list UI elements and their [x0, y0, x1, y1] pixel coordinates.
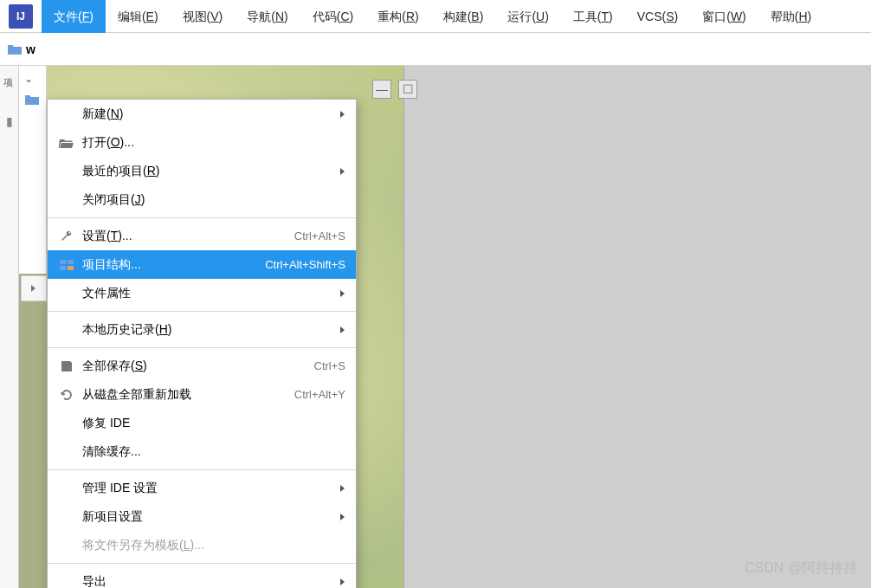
menu-item-label: 打开(O)... [82, 135, 345, 151]
shortcut-label: Ctrl+Alt+Shift+S [265, 258, 345, 271]
blank-icon [58, 321, 75, 339]
menu-item-label: 项目结构... [82, 257, 255, 273]
svg-rect-3 [68, 266, 74, 270]
menu-item-label: 从磁盘全部重新加载 [82, 387, 284, 403]
submenu-arrow-icon [339, 513, 345, 521]
blank-icon [58, 480, 75, 497]
menu-item-将文件另存为模板: 将文件另存为模板(L)... [48, 531, 356, 559]
menu-bar: IJ 文件(F)编辑(E)视图(V)导航(N)代码(C)重构(R)构建(B)运行… [0, 0, 871, 33]
tree-expand-icon[interactable]: ⌄ [19, 66, 46, 92]
minimize-icon[interactable]: — [372, 80, 391, 99]
menu-item-label: 新项目设置 [82, 509, 328, 525]
app-icon: IJ [9, 4, 33, 29]
menu-item-本地历史记录[interactable]: 本地历史记录(H) [48, 315, 356, 344]
submenu-arrow-icon [339, 578, 345, 586]
save-icon [58, 358, 75, 375]
folder-open-icon [58, 134, 75, 152]
reload-icon [58, 386, 75, 404]
menu-separator [48, 563, 356, 564]
project-structure-icon [58, 256, 75, 274]
menu-item-修复 IDE[interactable]: 修复 IDE [48, 409, 356, 437]
menu-item-label: 修复 IDE [82, 416, 345, 431]
menu-窗口[interactable]: 窗口(W) [690, 0, 758, 33]
shortcut-label: Ctrl+S [314, 359, 345, 372]
menu-item-关闭项目[interactable]: 关闭项目(J) [48, 185, 356, 214]
menu-视图[interactable]: 视图(V) [171, 0, 235, 33]
svg-rect-2 [60, 266, 66, 270]
bookmarks-icon[interactable]: ▮ [0, 114, 18, 128]
menu-item-label: 将文件另存为模板(L)... [82, 538, 345, 553]
menu-separator [48, 469, 356, 470]
menu-separator [48, 311, 356, 312]
wrench-icon [58, 228, 75, 245]
submenu-arrow-icon [339, 484, 345, 493]
shortcut-label: Ctrl+Alt+Y [294, 388, 345, 401]
menu-编辑[interactable]: 编辑(E) [106, 0, 171, 33]
svg-rect-0 [60, 260, 66, 264]
menu-item-管理 IDE 设置[interactable]: 管理 IDE 设置 [48, 474, 356, 502]
menu-工具[interactable]: 工具(T) [561, 0, 625, 33]
blank-icon [58, 508, 75, 526]
menu-item-label: 清除缓存... [82, 444, 345, 460]
watermark: CSDN @阿持持持 [745, 559, 857, 578]
menu-导航[interactable]: 导航(N) [235, 0, 300, 33]
menu-item-label: 导出 [82, 574, 328, 589]
left-gutter: 项 ▮ [0, 66, 19, 588]
menu-运行[interactable]: 运行(U) [495, 0, 560, 33]
shortcut-label: Ctrl+Alt+S [294, 229, 345, 242]
toolbar: w [0, 33, 871, 66]
menu-item-新项目设置[interactable]: 新项目设置 [48, 502, 356, 531]
svg-rect-1 [68, 260, 74, 264]
maximize-icon[interactable]: ☐ [398, 80, 417, 99]
file-menu-dropdown: 新建(N)打开(O)...最近的项目(R)关闭项目(J)设置(T)...Ctrl… [47, 99, 357, 588]
menu-重构[interactable]: 重构(R) [365, 0, 430, 33]
menu-item-label: 设置(T)... [82, 229, 284, 244]
editor-empty-area [403, 66, 871, 588]
menu-item-导出[interactable]: 导出 [48, 567, 356, 588]
menu-item-项目结构...[interactable]: 项目结构...Ctrl+Alt+Shift+S [48, 250, 356, 279]
project-folder-icon [7, 43, 23, 55]
menu-item-从磁盘全部重新加载[interactable]: 从磁盘全部重新加载Ctrl+Alt+Y [48, 380, 356, 409]
menu-item-全部保存[interactable]: 全部保存(S)Ctrl+S [48, 352, 356, 380]
project-tree-strip: ⌄ [19, 66, 47, 274]
menu-文件[interactable]: 文件(F) [42, 0, 106, 33]
blank-icon [58, 537, 75, 554]
collapse-panel-button[interactable] [21, 275, 47, 301]
menu-item-最近的项目[interactable]: 最近的项目(R) [48, 157, 356, 185]
menu-item-label: 本地历史记录(H) [82, 322, 328, 338]
menu-item-文件属性[interactable]: 文件属性 [48, 279, 356, 307]
menu-item-label: 最近的项目(R) [82, 164, 328, 179]
blank-icon [58, 191, 75, 209]
blank-icon [58, 573, 75, 589]
menu-帮助[interactable]: 帮助(H) [758, 0, 823, 33]
blank-icon [58, 285, 75, 302]
main-area: 项 ▮ ⌄ — ☐ 新建(N)打开(O)...最近的项目(R)关闭项目(J)设置… [0, 66, 871, 588]
blank-icon [58, 163, 75, 180]
menu-构建[interactable]: 构建(B) [431, 0, 496, 33]
menu-代码[interactable]: 代码(C) [300, 0, 365, 33]
menu-item-label: 管理 IDE 设置 [82, 481, 328, 496]
menu-VCS[interactable]: VCS(S) [625, 0, 690, 33]
blank-icon [58, 415, 75, 432]
menu-item-打开[interactable]: 打开(O)... [48, 128, 356, 157]
submenu-arrow-icon [339, 167, 345, 176]
menu-item-label: 文件属性 [82, 286, 328, 301]
submenu-arrow-icon [339, 110, 345, 119]
blank-icon [58, 443, 75, 461]
menu-item-label: 关闭项目(J) [82, 192, 345, 208]
project-name: w [26, 42, 35, 56]
menu-item-label: 新建(N) [82, 107, 328, 122]
blank-icon [58, 106, 75, 123]
menu-item-设置[interactable]: 设置(T)...Ctrl+Alt+S [48, 222, 356, 250]
tree-folder-icon[interactable] [19, 92, 46, 107]
menu-separator [48, 347, 356, 348]
submenu-arrow-icon [339, 289, 345, 298]
menu-separator [48, 217, 356, 218]
menu-item-清除缓存...[interactable]: 清除缓存... [48, 437, 356, 466]
menu-item-新建[interactable]: 新建(N) [48, 100, 356, 128]
submenu-arrow-icon [339, 326, 345, 334]
menu-item-label: 全部保存(S) [82, 359, 304, 374]
